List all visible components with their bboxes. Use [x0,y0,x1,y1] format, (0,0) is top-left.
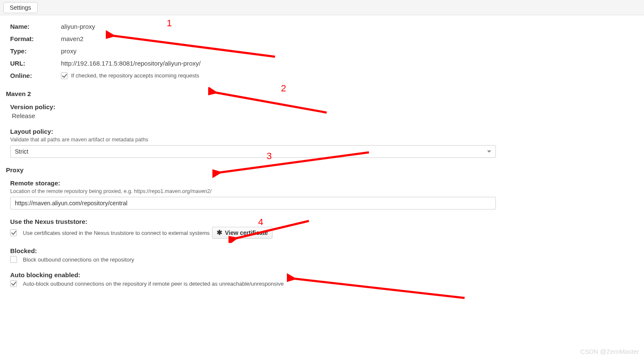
label-remote-storage: Remote storage: [10,179,634,187]
value-type: proxy [61,47,77,55]
blocked-help-text: Block outbound connections on the reposi… [23,256,134,263]
section-proxy: Proxy [6,166,634,174]
value-url: http://192.168.171.5:8081/repository/ali… [61,60,201,67]
checkbox-use-truststore[interactable] [10,229,17,236]
truststore-help-text: Use certificates stored in the Nexus tru… [23,230,209,236]
label-url: URL: [10,60,61,67]
label-use-truststore: Use the Nexus truststore: [10,218,634,225]
checkbox-auto-blocking[interactable] [10,280,17,287]
chevron-down-icon [487,151,491,153]
view-certificate-label: View certificate [225,229,268,236]
checkbox-blocked[interactable] [10,256,17,263]
seal-icon: ✱ [217,229,222,236]
select-layout-policy-value: Strict [15,148,28,155]
view-certificate-button[interactable]: ✱ View certificate [212,227,272,239]
select-layout-policy[interactable]: Strict [10,145,496,158]
input-remote-storage-value: https://maven.aliyun.com/repository/cent… [15,200,127,207]
topbar: Settings [0,0,644,15]
label-layout-policy: Layout policy: [10,128,634,135]
auto-block-help-text: Auto-block outbound connections on the r… [23,281,283,287]
annotation-number-2: 2 [281,83,286,94]
label-version-policy: Version policy: [10,103,634,110]
label-name: Name: [10,23,61,30]
tab-settings[interactable]: Settings [3,2,38,13]
label-format: Format: [10,35,61,42]
value-version-policy: Release [12,112,634,119]
value-format: maven2 [61,35,83,42]
info-table: Name: aliyun-proxy Format: maven2 Type: … [10,23,634,79]
section-maven2: Maven 2 [6,90,634,97]
label-type: Type: [10,47,61,55]
input-remote-storage[interactable]: https://maven.aliyun.com/repository/cent… [10,197,496,209]
annotation-number-3: 3 [267,151,272,162]
annotation-number-1: 1 [167,18,172,29]
annotation-number-4: 4 [258,217,263,228]
desc-remote-storage: Location of the remote repository being … [10,188,634,194]
online-help-text: If checked, the repository accepts incom… [71,72,199,79]
desc-layout-policy: Validate that all paths are maven artifa… [10,137,634,143]
checkbox-online[interactable] [61,72,68,79]
value-name: aliyun-proxy [61,23,95,30]
label-online: Online: [10,72,61,79]
label-auto-blocking: Auto blocking enabled: [10,271,634,278]
label-blocked: Blocked: [10,247,634,254]
page-content: Name: aliyun-proxy Format: maven2 Type: … [0,15,644,312]
